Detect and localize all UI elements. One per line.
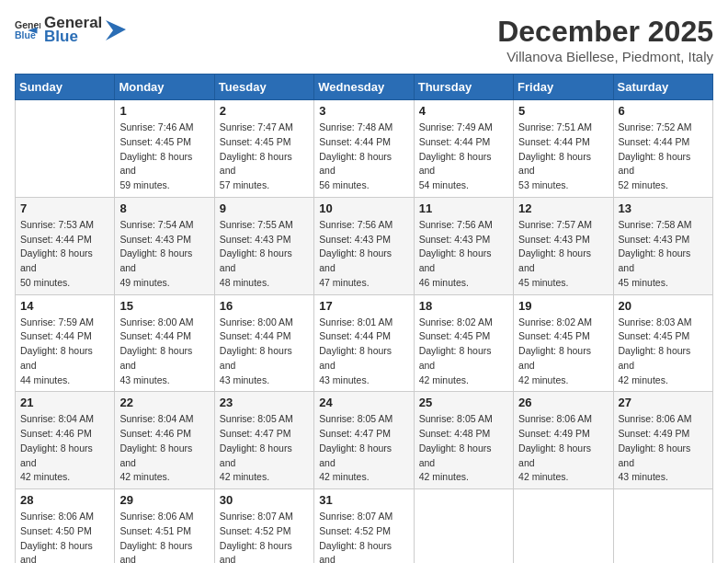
calendar-cell: 19Sunrise: 8:02 AMSunset: 4:45 PMDayligh… [514, 294, 613, 392]
day-info: Sunrise: 8:00 AMSunset: 4:44 PMDaylight:… [220, 316, 309, 388]
calendar-cell: 13Sunrise: 7:58 AMSunset: 4:43 PMDayligh… [613, 197, 712, 294]
calendar-cell: 14Sunrise: 7:59 AMSunset: 4:44 PMDayligh… [16, 294, 115, 392]
logo-icon: General Blue [15, 17, 40, 43]
calendar-cell: 5Sunrise: 7:51 AMSunset: 4:44 PMDaylight… [514, 100, 613, 198]
day-number: 28 [20, 493, 109, 507]
day-info: Sunrise: 7:55 AMSunset: 4:43 PMDaylight:… [220, 218, 309, 291]
day-info: Sunrise: 7:54 AMSunset: 4:43 PMDaylight:… [119, 218, 209, 291]
calendar-cell: 4Sunrise: 7:49 AMSunset: 4:44 PMDaylight… [414, 100, 513, 198]
day-info: Sunrise: 8:00 AMSunset: 4:44 PMDaylight:… [119, 316, 209, 388]
day-number: 25 [419, 396, 508, 409]
day-info: Sunrise: 7:46 AMSunset: 4:45 PMDaylight:… [119, 121, 209, 193]
title-area: December 2025 Villanova Biellese, Piedmo… [497, 15, 713, 64]
day-info: Sunrise: 8:02 AMSunset: 4:45 PMDaylight:… [419, 316, 508, 388]
day-number: 2 [220, 104, 309, 118]
calendar-cell: 17Sunrise: 8:01 AMSunset: 4:44 PMDayligh… [314, 294, 414, 392]
day-info: Sunrise: 7:53 AMSunset: 4:44 PMDaylight:… [20, 218, 109, 291]
day-info: Sunrise: 8:06 AMSunset: 4:49 PMDaylight:… [619, 412, 708, 485]
calendar-cell: 30Sunrise: 8:07 AMSunset: 4:52 PMDayligh… [214, 489, 313, 564]
weekday-header-friday: Friday [514, 75, 613, 100]
day-number: 1 [119, 104, 209, 118]
calendar-week-row: 28Sunrise: 8:06 AMSunset: 4:50 PMDayligh… [16, 489, 713, 564]
day-number: 11 [419, 201, 508, 215]
day-number: 5 [518, 104, 608, 118]
calendar-cell: 18Sunrise: 8:02 AMSunset: 4:45 PMDayligh… [414, 294, 513, 392]
day-number: 14 [20, 299, 109, 313]
calendar-cell: 26Sunrise: 8:06 AMSunset: 4:49 PMDayligh… [514, 392, 613, 489]
day-info: Sunrise: 7:47 AMSunset: 4:45 PMDaylight:… [220, 121, 309, 193]
calendar-cell: 16Sunrise: 8:00 AMSunset: 4:44 PMDayligh… [214, 294, 313, 392]
day-info: Sunrise: 7:51 AMSunset: 4:44 PMDaylight:… [518, 121, 608, 193]
weekday-header-wednesday: Wednesday [314, 75, 414, 100]
day-info: Sunrise: 7:59 AMSunset: 4:44 PMDaylight:… [20, 316, 109, 388]
calendar-cell [514, 489, 613, 564]
day-number: 20 [619, 299, 708, 313]
weekday-header-monday: Monday [115, 75, 214, 100]
calendar-week-row: 14Sunrise: 7:59 AMSunset: 4:44 PMDayligh… [16, 294, 713, 392]
calendar-week-row: 7Sunrise: 7:53 AMSunset: 4:44 PMDaylight… [16, 197, 713, 294]
day-number: 16 [220, 299, 309, 313]
calendar-cell: 29Sunrise: 8:06 AMSunset: 4:51 PMDayligh… [115, 489, 214, 564]
day-info: Sunrise: 8:04 AMSunset: 4:46 PMDaylight:… [20, 412, 109, 485]
day-number: 29 [119, 493, 209, 507]
calendar-cell: 7Sunrise: 7:53 AMSunset: 4:44 PMDaylight… [16, 197, 115, 294]
day-info: Sunrise: 7:58 AMSunset: 4:43 PMDaylight:… [619, 218, 708, 291]
calendar-cell [16, 100, 115, 198]
calendar-cell: 11Sunrise: 7:56 AMSunset: 4:43 PMDayligh… [414, 197, 513, 294]
calendar-cell: 6Sunrise: 7:52 AMSunset: 4:44 PMDaylight… [613, 100, 712, 198]
calendar-cell [613, 489, 712, 564]
day-info: Sunrise: 8:05 AMSunset: 4:47 PMDaylight:… [319, 412, 408, 485]
day-number: 13 [619, 201, 708, 215]
calendar-cell: 28Sunrise: 8:06 AMSunset: 4:50 PMDayligh… [16, 489, 115, 564]
day-number: 6 [619, 104, 708, 118]
logo: General Blue General Blue [15, 15, 126, 45]
weekday-header-row: SundayMondayTuesdayWednesdayThursdayFrid… [16, 75, 713, 100]
day-number: 24 [319, 396, 408, 409]
day-number: 27 [619, 396, 708, 409]
day-number: 19 [518, 299, 608, 313]
calendar-cell: 23Sunrise: 8:05 AMSunset: 4:47 PMDayligh… [214, 392, 313, 489]
calendar-table: SundayMondayTuesdayWednesdayThursdayFrid… [15, 74, 713, 563]
calendar-cell: 10Sunrise: 7:56 AMSunset: 4:43 PMDayligh… [314, 197, 414, 294]
day-info: Sunrise: 8:05 AMSunset: 4:48 PMDaylight:… [419, 412, 508, 485]
calendar-cell: 9Sunrise: 7:55 AMSunset: 4:43 PMDaylight… [214, 197, 313, 294]
day-info: Sunrise: 8:06 AMSunset: 4:49 PMDaylight:… [518, 412, 608, 485]
day-info: Sunrise: 8:01 AMSunset: 4:44 PMDaylight:… [319, 316, 408, 388]
month-title: December 2025 [497, 15, 713, 49]
calendar-cell: 21Sunrise: 8:04 AMSunset: 4:46 PMDayligh… [16, 392, 115, 489]
calendar-cell: 24Sunrise: 8:05 AMSunset: 4:47 PMDayligh… [314, 392, 414, 489]
weekday-header-tuesday: Tuesday [214, 75, 313, 100]
day-info: Sunrise: 7:56 AMSunset: 4:43 PMDaylight:… [419, 218, 508, 291]
day-info: Sunrise: 7:56 AMSunset: 4:43 PMDaylight:… [319, 218, 408, 291]
calendar-cell: 3Sunrise: 7:48 AMSunset: 4:44 PMDaylight… [314, 100, 414, 198]
svg-text:Blue: Blue [15, 29, 36, 40]
calendar-cell: 22Sunrise: 8:04 AMSunset: 4:46 PMDayligh… [115, 392, 214, 489]
day-info: Sunrise: 8:06 AMSunset: 4:50 PMDaylight:… [20, 510, 109, 563]
day-number: 23 [220, 396, 309, 409]
day-info: Sunrise: 7:57 AMSunset: 4:43 PMDaylight:… [518, 218, 608, 291]
calendar-week-row: 21Sunrise: 8:04 AMSunset: 4:46 PMDayligh… [16, 392, 713, 489]
day-number: 15 [119, 299, 209, 313]
day-info: Sunrise: 8:06 AMSunset: 4:51 PMDaylight:… [119, 510, 209, 563]
day-number: 18 [419, 299, 508, 313]
day-number: 7 [20, 201, 109, 215]
calendar-cell: 27Sunrise: 8:06 AMSunset: 4:49 PMDayligh… [613, 392, 712, 489]
day-number: 30 [220, 493, 309, 507]
calendar-cell: 25Sunrise: 8:05 AMSunset: 4:48 PMDayligh… [414, 392, 513, 489]
calendar-cell: 8Sunrise: 7:54 AMSunset: 4:43 PMDaylight… [115, 197, 214, 294]
day-number: 8 [119, 201, 209, 215]
day-info: Sunrise: 7:48 AMSunset: 4:44 PMDaylight:… [319, 121, 408, 193]
calendar-cell [414, 489, 513, 564]
day-number: 3 [319, 104, 408, 118]
weekday-header-sunday: Sunday [16, 75, 115, 100]
day-info: Sunrise: 8:05 AMSunset: 4:47 PMDaylight:… [220, 412, 309, 485]
day-info: Sunrise: 7:49 AMSunset: 4:44 PMDaylight:… [419, 121, 508, 193]
day-number: 21 [20, 396, 109, 409]
day-number: 9 [220, 201, 309, 215]
calendar-cell: 15Sunrise: 8:00 AMSunset: 4:44 PMDayligh… [115, 294, 214, 392]
calendar-week-row: 1Sunrise: 7:46 AMSunset: 4:45 PMDaylight… [16, 100, 713, 198]
calendar-cell: 2Sunrise: 7:47 AMSunset: 4:45 PMDaylight… [214, 100, 313, 198]
calendar-cell: 20Sunrise: 8:03 AMSunset: 4:45 PMDayligh… [613, 294, 712, 392]
logo-arrow-icon [106, 20, 126, 40]
svg-marker-3 [106, 20, 126, 40]
